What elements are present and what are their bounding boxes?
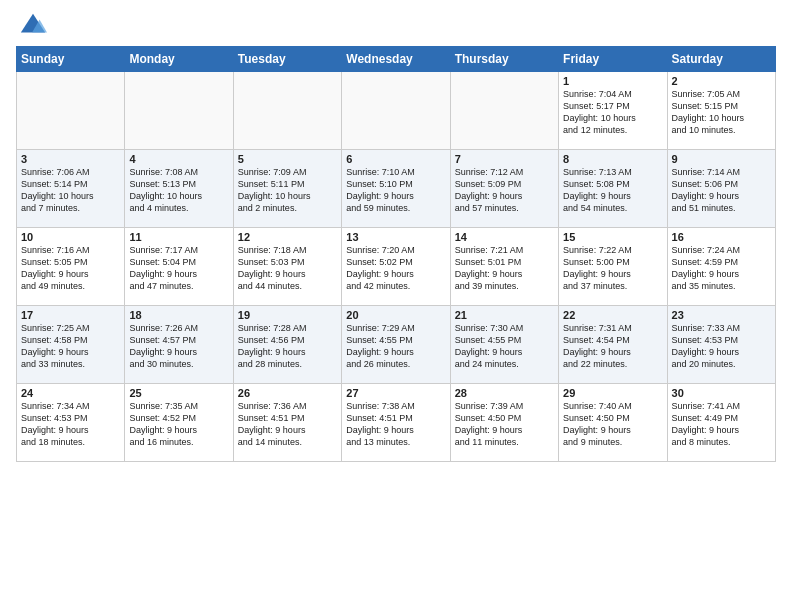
day-number: 11 [129, 231, 228, 243]
header [16, 12, 776, 36]
day-info: Sunrise: 7:06 AM Sunset: 5:14 PM Dayligh… [21, 166, 120, 215]
day-number: 30 [672, 387, 771, 399]
day-info: Sunrise: 7:28 AM Sunset: 4:56 PM Dayligh… [238, 322, 337, 371]
day-info: Sunrise: 7:13 AM Sunset: 5:08 PM Dayligh… [563, 166, 662, 215]
day-info: Sunrise: 7:34 AM Sunset: 4:53 PM Dayligh… [21, 400, 120, 449]
calendar-cell: 2Sunrise: 7:05 AM Sunset: 5:15 PM Daylig… [667, 72, 775, 150]
day-info: Sunrise: 7:38 AM Sunset: 4:51 PM Dayligh… [346, 400, 445, 449]
calendar-cell: 29Sunrise: 7:40 AM Sunset: 4:50 PM Dayli… [559, 384, 667, 462]
calendar-cell: 20Sunrise: 7:29 AM Sunset: 4:55 PM Dayli… [342, 306, 450, 384]
calendar-cell: 14Sunrise: 7:21 AM Sunset: 5:01 PM Dayli… [450, 228, 558, 306]
weekday-header: Wednesday [342, 47, 450, 72]
day-info: Sunrise: 7:33 AM Sunset: 4:53 PM Dayligh… [672, 322, 771, 371]
calendar-cell: 1Sunrise: 7:04 AM Sunset: 5:17 PM Daylig… [559, 72, 667, 150]
day-info: Sunrise: 7:40 AM Sunset: 4:50 PM Dayligh… [563, 400, 662, 449]
day-info: Sunrise: 7:26 AM Sunset: 4:57 PM Dayligh… [129, 322, 228, 371]
calendar-cell [233, 72, 341, 150]
day-info: Sunrise: 7:05 AM Sunset: 5:15 PM Dayligh… [672, 88, 771, 137]
calendar-cell: 18Sunrise: 7:26 AM Sunset: 4:57 PM Dayli… [125, 306, 233, 384]
calendar-cell: 7Sunrise: 7:12 AM Sunset: 5:09 PM Daylig… [450, 150, 558, 228]
calendar-cell: 15Sunrise: 7:22 AM Sunset: 5:00 PM Dayli… [559, 228, 667, 306]
day-info: Sunrise: 7:12 AM Sunset: 5:09 PM Dayligh… [455, 166, 554, 215]
calendar-cell: 5Sunrise: 7:09 AM Sunset: 5:11 PM Daylig… [233, 150, 341, 228]
calendar-cell: 19Sunrise: 7:28 AM Sunset: 4:56 PM Dayli… [233, 306, 341, 384]
day-info: Sunrise: 7:04 AM Sunset: 5:17 PM Dayligh… [563, 88, 662, 137]
calendar-cell: 9Sunrise: 7:14 AM Sunset: 5:06 PM Daylig… [667, 150, 775, 228]
day-number: 20 [346, 309, 445, 321]
day-info: Sunrise: 7:17 AM Sunset: 5:04 PM Dayligh… [129, 244, 228, 293]
calendar-cell: 22Sunrise: 7:31 AM Sunset: 4:54 PM Dayli… [559, 306, 667, 384]
day-number: 8 [563, 153, 662, 165]
calendar-cell: 13Sunrise: 7:20 AM Sunset: 5:02 PM Dayli… [342, 228, 450, 306]
calendar-cell: 8Sunrise: 7:13 AM Sunset: 5:08 PM Daylig… [559, 150, 667, 228]
day-info: Sunrise: 7:18 AM Sunset: 5:03 PM Dayligh… [238, 244, 337, 293]
calendar-week-row: 3Sunrise: 7:06 AM Sunset: 5:14 PM Daylig… [17, 150, 776, 228]
calendar-header-row: SundayMondayTuesdayWednesdayThursdayFrid… [17, 47, 776, 72]
day-number: 13 [346, 231, 445, 243]
calendar-cell: 4Sunrise: 7:08 AM Sunset: 5:13 PM Daylig… [125, 150, 233, 228]
day-info: Sunrise: 7:09 AM Sunset: 5:11 PM Dayligh… [238, 166, 337, 215]
day-info: Sunrise: 7:39 AM Sunset: 4:50 PM Dayligh… [455, 400, 554, 449]
day-number: 27 [346, 387, 445, 399]
day-number: 26 [238, 387, 337, 399]
logo-icon [19, 12, 47, 40]
day-info: Sunrise: 7:25 AM Sunset: 4:58 PM Dayligh… [21, 322, 120, 371]
day-info: Sunrise: 7:35 AM Sunset: 4:52 PM Dayligh… [129, 400, 228, 449]
day-number: 12 [238, 231, 337, 243]
day-number: 22 [563, 309, 662, 321]
day-number: 9 [672, 153, 771, 165]
day-number: 2 [672, 75, 771, 87]
day-info: Sunrise: 7:41 AM Sunset: 4:49 PM Dayligh… [672, 400, 771, 449]
calendar-cell: 21Sunrise: 7:30 AM Sunset: 4:55 PM Dayli… [450, 306, 558, 384]
weekday-header: Thursday [450, 47, 558, 72]
calendar-cell: 3Sunrise: 7:06 AM Sunset: 5:14 PM Daylig… [17, 150, 125, 228]
day-info: Sunrise: 7:36 AM Sunset: 4:51 PM Dayligh… [238, 400, 337, 449]
calendar-cell: 12Sunrise: 7:18 AM Sunset: 5:03 PM Dayli… [233, 228, 341, 306]
calendar-cell [17, 72, 125, 150]
calendar-cell: 11Sunrise: 7:17 AM Sunset: 5:04 PM Dayli… [125, 228, 233, 306]
calendar-cell: 17Sunrise: 7:25 AM Sunset: 4:58 PM Dayli… [17, 306, 125, 384]
weekday-header: Tuesday [233, 47, 341, 72]
calendar-cell: 6Sunrise: 7:10 AM Sunset: 5:10 PM Daylig… [342, 150, 450, 228]
calendar-cell [342, 72, 450, 150]
day-number: 19 [238, 309, 337, 321]
day-number: 28 [455, 387, 554, 399]
calendar-cell: 23Sunrise: 7:33 AM Sunset: 4:53 PM Dayli… [667, 306, 775, 384]
day-info: Sunrise: 7:22 AM Sunset: 5:00 PM Dayligh… [563, 244, 662, 293]
day-number: 18 [129, 309, 228, 321]
calendar-week-row: 24Sunrise: 7:34 AM Sunset: 4:53 PM Dayli… [17, 384, 776, 462]
calendar-cell: 10Sunrise: 7:16 AM Sunset: 5:05 PM Dayli… [17, 228, 125, 306]
day-number: 17 [21, 309, 120, 321]
day-number: 10 [21, 231, 120, 243]
weekday-header: Friday [559, 47, 667, 72]
calendar-cell [125, 72, 233, 150]
day-info: Sunrise: 7:21 AM Sunset: 5:01 PM Dayligh… [455, 244, 554, 293]
weekday-header: Monday [125, 47, 233, 72]
day-number: 14 [455, 231, 554, 243]
day-number: 21 [455, 309, 554, 321]
calendar-cell: 25Sunrise: 7:35 AM Sunset: 4:52 PM Dayli… [125, 384, 233, 462]
calendar-cell: 30Sunrise: 7:41 AM Sunset: 4:49 PM Dayli… [667, 384, 775, 462]
day-number: 15 [563, 231, 662, 243]
calendar-cell: 26Sunrise: 7:36 AM Sunset: 4:51 PM Dayli… [233, 384, 341, 462]
day-info: Sunrise: 7:16 AM Sunset: 5:05 PM Dayligh… [21, 244, 120, 293]
weekday-header: Saturday [667, 47, 775, 72]
calendar-cell: 27Sunrise: 7:38 AM Sunset: 4:51 PM Dayli… [342, 384, 450, 462]
day-info: Sunrise: 7:31 AM Sunset: 4:54 PM Dayligh… [563, 322, 662, 371]
day-info: Sunrise: 7:14 AM Sunset: 5:06 PM Dayligh… [672, 166, 771, 215]
day-number: 4 [129, 153, 228, 165]
day-info: Sunrise: 7:20 AM Sunset: 5:02 PM Dayligh… [346, 244, 445, 293]
day-number: 7 [455, 153, 554, 165]
calendar-cell: 28Sunrise: 7:39 AM Sunset: 4:50 PM Dayli… [450, 384, 558, 462]
calendar-week-row: 17Sunrise: 7:25 AM Sunset: 4:58 PM Dayli… [17, 306, 776, 384]
day-number: 6 [346, 153, 445, 165]
logo [16, 12, 47, 36]
day-info: Sunrise: 7:24 AM Sunset: 4:59 PM Dayligh… [672, 244, 771, 293]
calendar-week-row: 10Sunrise: 7:16 AM Sunset: 5:05 PM Dayli… [17, 228, 776, 306]
day-number: 5 [238, 153, 337, 165]
calendar-week-row: 1Sunrise: 7:04 AM Sunset: 5:17 PM Daylig… [17, 72, 776, 150]
day-info: Sunrise: 7:29 AM Sunset: 4:55 PM Dayligh… [346, 322, 445, 371]
day-info: Sunrise: 7:08 AM Sunset: 5:13 PM Dayligh… [129, 166, 228, 215]
day-number: 3 [21, 153, 120, 165]
calendar-cell [450, 72, 558, 150]
